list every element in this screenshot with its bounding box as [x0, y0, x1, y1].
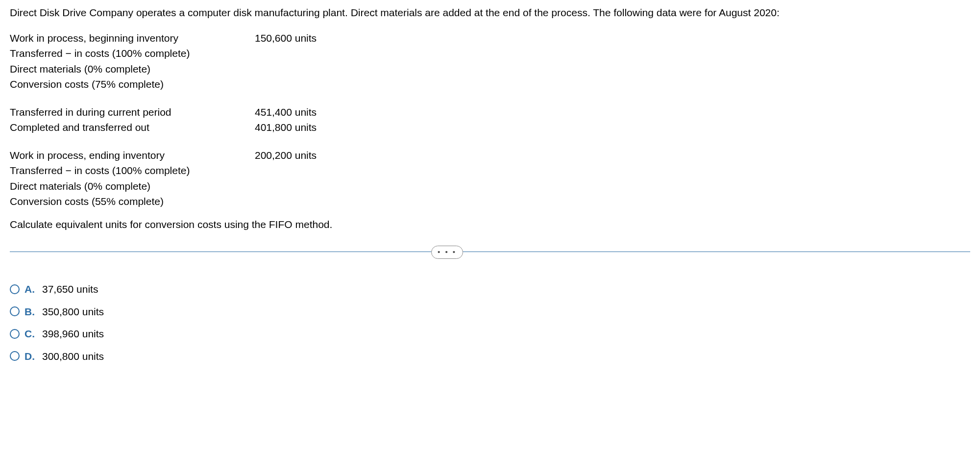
- data-row: Transferred − in costs (100% complete): [10, 163, 970, 178]
- data-row: Completed and transferred out 401,800 un…: [10, 120, 970, 135]
- data-value: 150,600 units: [255, 30, 970, 46]
- data-value: [255, 46, 970, 61]
- data-label: Work in process, beginning inventory: [10, 30, 255, 46]
- option-c[interactable]: C. 398,960 units: [10, 326, 970, 342]
- data-label: Conversion costs (55% complete): [10, 194, 255, 209]
- option-letter: D.: [24, 349, 37, 364]
- option-letter: A.: [24, 281, 37, 297]
- data-label: Direct materials (0% complete): [10, 61, 255, 77]
- more-options-pill[interactable]: • • •: [431, 246, 463, 259]
- data-row: Transferred in during current period 451…: [10, 104, 970, 120]
- data-value: 200,200 units: [255, 148, 970, 163]
- data-value: 401,800 units: [255, 120, 970, 135]
- data-value: [255, 76, 970, 92]
- data-label: Transferred − in costs (100% complete): [10, 163, 255, 178]
- data-value: [255, 163, 970, 178]
- data-row: Transferred − in costs (100% complete): [10, 46, 970, 61]
- option-text: 398,960 units: [42, 326, 104, 342]
- data-value: [255, 178, 970, 194]
- data-label: Work in process, ending inventory: [10, 148, 255, 163]
- option-text: 37,650 units: [42, 281, 98, 297]
- radio-d[interactable]: [10, 351, 20, 361]
- divider-line: [10, 252, 970, 252]
- divider: • • •: [10, 252, 970, 252]
- option-b[interactable]: B. 350,800 units: [10, 304, 970, 320]
- data-row: Work in process, ending inventory 200,20…: [10, 148, 970, 163]
- data-value: [255, 194, 970, 209]
- intro-text: Direct Disk Drive Company operates a com…: [10, 5, 970, 21]
- data-label: Completed and transferred out: [10, 120, 255, 135]
- option-letter: C.: [24, 326, 37, 342]
- data-block-3: Work in process, ending inventory 200,20…: [10, 148, 970, 209]
- data-value: 451,400 units: [255, 104, 970, 120]
- option-a[interactable]: A. 37,650 units: [10, 281, 970, 297]
- option-d[interactable]: D. 300,800 units: [10, 349, 970, 364]
- data-label: Direct materials (0% complete): [10, 178, 255, 194]
- data-row: Conversion costs (55% complete): [10, 194, 970, 209]
- option-text: 300,800 units: [42, 349, 104, 364]
- data-row: Direct materials (0% complete): [10, 61, 970, 77]
- answer-options: A. 37,650 units B. 350,800 units C. 398,…: [10, 281, 970, 364]
- data-block-1: Work in process, beginning inventory 150…: [10, 30, 970, 92]
- radio-b[interactable]: [10, 306, 20, 316]
- data-value: [255, 61, 970, 77]
- data-label: Conversion costs (75% complete): [10, 76, 255, 92]
- data-label: Transferred − in costs (100% complete): [10, 46, 255, 61]
- option-letter: B.: [24, 304, 37, 320]
- option-text: 350,800 units: [42, 304, 104, 320]
- ellipsis-icon: • • •: [438, 248, 457, 256]
- data-row: Work in process, beginning inventory 150…: [10, 30, 970, 46]
- data-label: Transferred in during current period: [10, 104, 255, 120]
- data-row: Conversion costs (75% complete): [10, 76, 970, 92]
- data-row: Direct materials (0% complete): [10, 178, 970, 194]
- question-text: Calculate equivalent units for conversio…: [10, 217, 970, 232]
- radio-a[interactable]: [10, 284, 20, 294]
- data-block-2: Transferred in during current period 451…: [10, 104, 970, 135]
- radio-c[interactable]: [10, 329, 20, 339]
